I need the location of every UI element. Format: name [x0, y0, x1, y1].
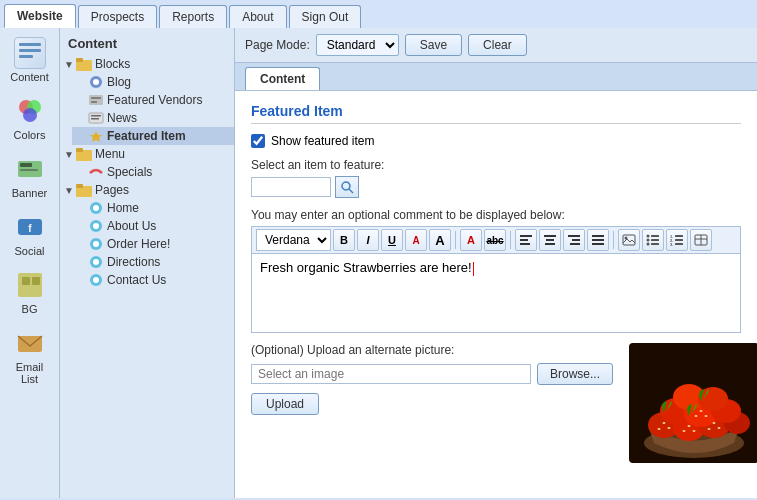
bold-button[interactable]: B: [333, 229, 355, 251]
sidebar-item-colors[interactable]: Colors: [4, 90, 56, 146]
svg-point-93: [705, 415, 708, 417]
tab-prospects[interactable]: Prospects: [78, 5, 157, 28]
clear-button[interactable]: Clear: [468, 34, 527, 56]
tree-news[interactable]: News: [72, 109, 234, 127]
toolbar-sep1: [455, 231, 456, 249]
tree-specials[interactable]: Specials: [72, 163, 234, 181]
sidebar-item-email[interactable]: Email List: [4, 322, 56, 390]
strawberry-preview-svg: [629, 343, 757, 463]
align-center-icon: [544, 235, 556, 245]
unordered-list-button[interactable]: [642, 229, 664, 251]
align-center-button[interactable]: [539, 229, 561, 251]
table-button[interactable]: [690, 229, 712, 251]
svg-text:3.: 3.: [670, 242, 673, 246]
show-featured-row: Show featured item: [251, 134, 741, 148]
italic-button[interactable]: I: [357, 229, 379, 251]
select-item-label: Select an item to feature:: [251, 158, 741, 172]
editor-cursor: [473, 262, 474, 276]
sidebar-item-bg[interactable]: BG: [4, 264, 56, 320]
feature-item-input[interactable]: [251, 177, 331, 197]
underline-button[interactable]: U: [381, 229, 403, 251]
tree-blog[interactable]: Blog: [72, 73, 234, 91]
social-icon: f: [14, 211, 46, 243]
order-label: Order Here!: [107, 237, 170, 251]
tab-about[interactable]: About: [229, 5, 286, 28]
tree-home[interactable]: Home: [72, 199, 234, 217]
svg-point-58: [647, 239, 650, 242]
svg-point-89: [718, 427, 721, 429]
tab-reports[interactable]: Reports: [159, 5, 227, 28]
tree-order-here[interactable]: Order Here!: [72, 235, 234, 253]
email-label: Email List: [7, 361, 53, 385]
blocks-toggle[interactable]: ▼: [64, 59, 76, 70]
svg-line-41: [349, 189, 353, 193]
menu-toggle[interactable]: ▼: [64, 149, 76, 160]
strikethrough-button[interactable]: abc: [484, 229, 506, 251]
svg-rect-20: [91, 97, 101, 99]
svg-rect-59: [651, 239, 659, 241]
save-button[interactable]: Save: [405, 34, 462, 56]
tree-contact-us[interactable]: Contact Us: [72, 271, 234, 289]
upload-area: (Optional) Upload an alternate picture: …: [251, 343, 741, 463]
tab-signout[interactable]: Sign Out: [289, 5, 362, 28]
pages-toggle[interactable]: ▼: [64, 185, 76, 196]
blocks-subtree: Blog Featured Vendors News: [60, 73, 234, 145]
svg-point-56: [647, 235, 650, 238]
svg-rect-50: [570, 243, 580, 245]
tree-pages[interactable]: ▼ Pages: [60, 181, 234, 199]
featured-item-icon: [88, 129, 104, 143]
sidebar-item-social[interactable]: f Social: [4, 206, 56, 262]
tree-featured-item[interactable]: Featured Item: [72, 127, 234, 145]
svg-rect-43: [520, 239, 528, 241]
content-icon: [14, 37, 46, 69]
svg-rect-7: [20, 163, 32, 167]
specials-icon: [88, 165, 104, 179]
upload-right: [629, 343, 757, 463]
svg-rect-46: [546, 239, 554, 241]
unordered-list-icon: [646, 234, 660, 246]
sidebar-item-content[interactable]: Content: [4, 32, 56, 88]
font-select[interactable]: Verdana: [256, 229, 331, 251]
content-sidebar: Content ▼ Blocks Blog: [60, 28, 235, 498]
sidebar-item-banner[interactable]: Banner: [4, 148, 56, 204]
home-label: Home: [107, 201, 139, 215]
text-color-button[interactable]: A: [460, 229, 482, 251]
editor-text: Fresh organic Strawberries are here!: [260, 260, 472, 275]
upload-button[interactable]: Upload: [251, 393, 319, 415]
tree-about-us[interactable]: About Us: [72, 217, 234, 235]
svg-rect-57: [651, 235, 659, 237]
editor-area[interactable]: Fresh organic Strawberries are here!: [251, 253, 741, 333]
tab-website[interactable]: Website: [4, 4, 76, 28]
font-color-button[interactable]: A: [405, 229, 427, 251]
contact-label: Contact Us: [107, 273, 166, 287]
align-right-button[interactable]: [563, 229, 585, 251]
tree-menu[interactable]: ▼ Menu: [60, 145, 234, 163]
content-tab[interactable]: Content: [245, 67, 320, 90]
directions-label: Directions: [107, 255, 160, 269]
home-icon: [88, 201, 104, 215]
browse-button[interactable]: Browse...: [537, 363, 613, 385]
tree-featured-vendors[interactable]: Featured Vendors: [72, 91, 234, 109]
search-feature-button[interactable]: [335, 176, 359, 198]
justify-button[interactable]: [587, 229, 609, 251]
toolbar-sep3: [613, 231, 614, 249]
tree-directions[interactable]: Directions: [72, 253, 234, 271]
svg-rect-0: [19, 43, 41, 46]
image-icon: [622, 234, 636, 246]
align-left-button[interactable]: [515, 229, 537, 251]
ordered-list-button[interactable]: 1.2.3.: [666, 229, 688, 251]
image-button[interactable]: [618, 229, 640, 251]
svg-point-18: [93, 79, 99, 85]
svg-point-91: [700, 410, 703, 412]
show-featured-checkbox[interactable]: [251, 134, 265, 148]
vendors-label: Featured Vendors: [107, 93, 202, 107]
svg-point-84: [658, 428, 661, 430]
align-left-icon: [520, 235, 532, 245]
tree-blocks[interactable]: ▼ Blocks: [60, 55, 234, 73]
svg-rect-53: [592, 243, 604, 245]
pages-label: Pages: [95, 183, 129, 197]
page-mode-select[interactable]: Standard: [316, 34, 399, 56]
social-label: Social: [15, 245, 45, 257]
select-image-input[interactable]: [251, 364, 531, 384]
font-size-up-button[interactable]: A: [429, 229, 451, 251]
